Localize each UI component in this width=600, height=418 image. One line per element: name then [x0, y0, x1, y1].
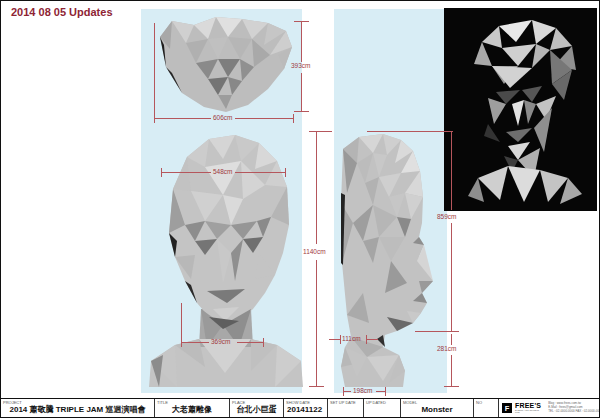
- logo-block: F FREE'S EVENT ART STUDIO plus Blog : ww…: [499, 399, 599, 417]
- dim-line: [343, 391, 351, 392]
- field-updated-value: [364, 402, 400, 417]
- title-block: PROJECT 2014 蕭敬騰 TRIPLE JAM 巡迴演唱會 TITLE …: [1, 398, 599, 417]
- field-title: TITLE 大老蕭雕像: [155, 399, 230, 417]
- dim-tick: [343, 387, 344, 396]
- dim-line: [329, 339, 340, 340]
- field-title-value: 大老蕭雕像: [155, 402, 229, 417]
- field-place: PLACE 台北小巨蛋: [230, 399, 284, 417]
- side-view-drawing: [339, 133, 439, 389]
- dim-line: [451, 334, 452, 345]
- field-show-date-value: 20141122: [284, 402, 327, 417]
- dim-label-front-width: 548cm: [213, 169, 233, 176]
- dim-label-base-depth: 198cm: [353, 388, 373, 395]
- dim-line: [366, 339, 378, 340]
- logo-name: FREE'S: [515, 402, 541, 409]
- logo-tagline: EVENT ART STUDIO plus: [515, 410, 541, 415]
- field-no: NO: [474, 399, 499, 417]
- dim-tick: [294, 21, 309, 22]
- dim-tick: [444, 386, 459, 387]
- dim-line: [316, 131, 317, 244]
- dim-tick: [385, 387, 386, 396]
- dim-line: [376, 391, 385, 392]
- dim-line: [154, 118, 211, 119]
- dim-line: [451, 223, 452, 331]
- field-model-value: Monster: [401, 402, 473, 417]
- field-project-value: 2014 蕭敬騰 TRIPLE JAM 巡迴演唱會: [1, 402, 154, 417]
- field-updated: UP DATED: [364, 399, 401, 417]
- dim-tick: [340, 335, 341, 344]
- dim-label-chin-depth: 111cm: [342, 336, 361, 343]
- logo-contact-line: TEL : 02-0000-0000 FAX : 02-0000-0000: [548, 410, 600, 414]
- dim-label-top-depth: 393cm: [291, 63, 311, 70]
- dim-tick: [154, 114, 155, 123]
- dim-tick: [161, 168, 162, 177]
- dim-label-top-width: 606cm: [213, 115, 233, 122]
- dim-line: [235, 172, 285, 173]
- field-setup-date-value: [328, 402, 363, 417]
- dim-line: [316, 260, 317, 386]
- dim-label-lower-height: 281cm: [437, 346, 457, 353]
- dim-label-total-height: 1140cm: [303, 249, 326, 256]
- dim-tick: [415, 331, 459, 332]
- render-head: [444, 8, 597, 211]
- dim-line: [301, 21, 302, 62]
- field-no-value: [474, 402, 498, 417]
- field-project: PROJECT 2014 蕭敬騰 TRIPLE JAM 巡迴演唱會: [1, 399, 155, 417]
- frees-logo-icon: F: [502, 403, 512, 413]
- dim-tick: [293, 114, 294, 123]
- dim-tick: [294, 111, 309, 112]
- field-show-date: SHOW DATE 20141122: [284, 399, 328, 417]
- dim-line: [451, 131, 452, 210]
- dim-tick: [181, 338, 182, 347]
- drawing-sheet: 2014 08 05 Updates: [0, 0, 600, 418]
- logo-contact: Blog : www.frees.com.tw E-Mail : frees@g…: [548, 402, 600, 414]
- update-note: 2014 08 05 Updates: [11, 6, 113, 18]
- dim-line: [451, 355, 452, 386]
- 3d-render-image: [444, 8, 597, 211]
- top-view-head: [160, 17, 292, 112]
- field-place-value: 台北小巨蛋: [230, 402, 283, 417]
- dim-label-neck-width: 369cm: [211, 339, 231, 346]
- field-model: MODEL Monster: [401, 399, 474, 417]
- dim-ext-line: [181, 303, 182, 342]
- logo-text: FREE'S EVENT ART STUDIO plus: [515, 402, 541, 415]
- dim-tick: [366, 335, 367, 344]
- dim-line: [161, 172, 211, 173]
- dim-tick: [263, 338, 264, 347]
- dim-tick: [309, 386, 324, 387]
- side-view-bust: [341, 134, 433, 387]
- dim-ext-line: [310, 131, 332, 132]
- dim-line: [235, 118, 293, 119]
- dim-tick: [285, 168, 286, 177]
- top-view-drawing: [156, 15, 296, 115]
- dim-line: [237, 342, 263, 343]
- dim-ext-line: [154, 23, 155, 118]
- dim-ext-line: [367, 131, 453, 132]
- dim-line: [181, 342, 209, 343]
- dim-line: [301, 73, 302, 111]
- dim-label-upper-height: 859cm: [437, 214, 457, 221]
- field-logo: F FREE'S EVENT ART STUDIO plus Blog : ww…: [499, 399, 599, 417]
- field-setup-date: SET UP DATE: [328, 399, 364, 417]
